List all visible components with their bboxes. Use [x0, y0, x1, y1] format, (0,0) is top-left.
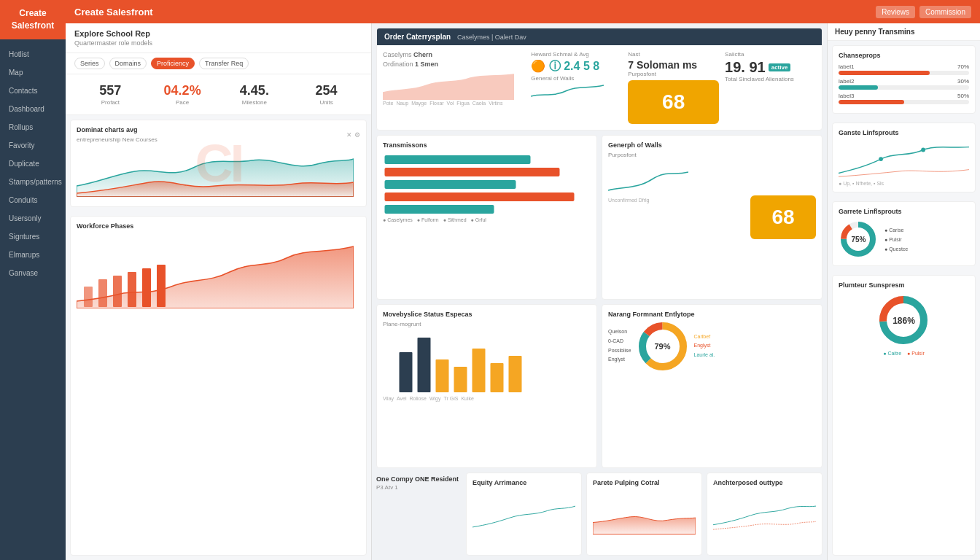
stat-unconfirmed-label: Unconfirmed Dfrlg [608, 198, 744, 203]
chart2-section: Workforce Phases [70, 216, 367, 556]
close-icon[interactable]: ✕ ⚙ [346, 131, 360, 139]
bottom-area-chart-2 [593, 489, 696, 544]
sidebar-item-rollups[interactable]: Rollups [0, 118, 66, 136]
stat2-label: Nast [628, 51, 719, 58]
donut2-chart: 186% [876, 293, 931, 348]
center-top-title: Order Caterrysplan [384, 33, 451, 41]
mini-line-1 [531, 82, 604, 104]
donut-layout: Quelson 0-CAD Possiblise Englyst [608, 321, 816, 372]
svg-rect-13 [436, 359, 449, 392]
filter-btn-1[interactable]: Domains [109, 58, 147, 69]
progress-label-1: label170% [839, 63, 969, 70]
progress-fill-3 [839, 100, 904, 104]
stat-layout: Generph of Walls Purposfont Unconfirmed … [608, 141, 816, 293]
right-section-donut2: Plumteur Sunspresm 186% ● Caitre● Pulsir [832, 275, 976, 556]
sidebar-item-stamps/patterns[interactable]: Stamps/patterns [0, 173, 66, 191]
right-chart-legend: ● Up, ▪ Nfhete, ▪ Sls [839, 181, 969, 186]
sidebar-item-contacts[interactable]: Contacts [0, 82, 66, 100]
donut1-chart: 75% [839, 219, 879, 260]
bottom-line-chart-3 [713, 489, 816, 544]
chart1-sub: entrepreneurship New Courses [77, 136, 158, 143]
svg-rect-6 [385, 155, 531, 164]
metrics-row: 557Profact04.2%Pace4.45.Milestone254Unit… [66, 74, 371, 115]
svg-rect-3 [128, 272, 136, 307]
donut2-title: Plumteur Sunspresm [839, 281, 969, 289]
left-panel: Explore School Rep Quartermaster role mo… [66, 23, 372, 560]
bottom-title: One Compy ONE Resident [376, 475, 459, 483]
sidebar-item-usersonly[interactable]: Usersonly [0, 209, 66, 228]
donut-legends: Quelson 0-CAD Possiblise Englyst [608, 327, 631, 364]
vertical-bar-chart [383, 330, 591, 396]
purposfont-label: Purposfont [608, 152, 744, 158]
right-panel-header: Heuy penny Transmins [828, 23, 980, 41]
svg-rect-15 [472, 349, 486, 392]
svg-rect-0 [84, 287, 93, 307]
movebyslice-x-labels: VilayAvelRolioseWigyTr GiSKulke [383, 396, 591, 401]
reviews-button[interactable]: Reviews [876, 6, 915, 18]
stat-block-1: Heward Schmal & Avg 🟠 ⓘ 2.4 5 8 General … [531, 51, 622, 104]
stat3-label: Salictta [725, 51, 816, 58]
bottom-ref: P3 Atv 1 [376, 484, 459, 491]
stat-box-container: 68 [750, 141, 816, 293]
sidebar-item-conduits[interactable]: Conduits [0, 191, 66, 209]
chart1-title: Dominat charts avg [77, 126, 158, 133]
metric-label: Milestone [219, 99, 291, 106]
donut1-title: Garrete Linflsprouts [839, 208, 969, 215]
sidebar-item-duplicate[interactable]: Duplicate [0, 155, 66, 173]
center-top-card: Order Caterrysplan Caselymes | Oalert Da… [376, 28, 822, 131]
center-grid: Transmissons ● Caselymes● Fulform● Sithm… [372, 131, 827, 472]
grid-card-transmissions: Transmissons ● Caselymes● Fulform● Sithm… [376, 135, 597, 300]
metric-value: 04.2% [147, 83, 219, 98]
sidebar-item-ganvase[interactable]: Ganvase [0, 264, 66, 282]
metric-card-milestone: 4.45.Milestone [219, 80, 291, 109]
bottom-card2-title: Parete Pulping Cotral [593, 479, 696, 486]
chart2-title: Workforce Phases [77, 222, 133, 230]
bottom-row: One Compy ONE Resident P3 Atv 1 Equity A… [372, 472, 827, 560]
mini-area-chart [383, 71, 514, 100]
progress-section-title: Chanseprops [839, 52, 969, 59]
transmission-labels: ● Caselymes● Fulform● Sithmed● Grful [383, 217, 591, 222]
svg-rect-8 [385, 180, 516, 189]
sidebar-nav: HotlistMapContactsDashboardRollupsFavori… [0, 39, 66, 560]
sidebar-item-dashboard[interactable]: Dashboard [0, 100, 66, 118]
stat3-value: 19. 91 active [725, 59, 816, 76]
center-top-header: Order Caterrysplan Caselymes | Oalert Da… [377, 28, 822, 45]
sidebar-item-hotlist[interactable]: Hotlist [0, 45, 66, 63]
stat1-label: Heward Schmal & Avg [531, 51, 622, 58]
svg-point-23 [921, 148, 925, 152]
bottom-card-2: Parete Pulping Cotral [586, 472, 702, 556]
sidebar-item-favority[interactable]: Favority [0, 136, 66, 155]
sidebar-header: Create Salesfront [0, 0, 66, 39]
filter-btn-3[interactable]: Transfer Req [199, 58, 249, 69]
donut-title: Narang Formnant Entlytope [608, 311, 816, 318]
metric-label: Units [290, 99, 362, 106]
left-panel-title: Explore School Rep [74, 29, 362, 38]
commission-button[interactable]: Commission [919, 6, 971, 18]
svg-point-22 [879, 157, 883, 161]
filter-btn-2[interactable]: Proficiency [151, 58, 195, 69]
metric-card-profact: 557Profact [74, 80, 147, 109]
horizontal-bar-chart [383, 152, 591, 217]
chart-x-labels: PoteNaupMaygeFloxarVolFiguaCaolaVirtins [383, 101, 525, 106]
stat1-value: 🟠 ⓘ 2.4 5 8 [531, 59, 622, 74]
grid-card-movebyslice: Movebyslice Status Especas Plane-mogrunt [376, 304, 597, 469]
sidebar-item-elmarups[interactable]: Elmarups [0, 246, 66, 264]
movebyslice-title: Movebyslice Status Especas [383, 311, 472, 318]
right-panel: Heuy penny Transmins Chanseprops label17… [827, 23, 980, 560]
sidebar-item-signtures[interactable]: Signtures [0, 228, 66, 246]
progress-label-3: label350% [839, 93, 969, 99]
mini-line-stat [608, 161, 688, 198]
sidebar-item-map[interactable]: Map [0, 63, 66, 82]
donut1-layout: 75% ● Carise● Pulsir● Questce [839, 219, 969, 260]
center-panel: Order Caterrysplan Caselymes | Oalert Da… [372, 23, 827, 560]
content-area: Explore School Rep Quartermaster role mo… [66, 23, 980, 560]
svg-rect-16 [491, 363, 504, 392]
topbar-actions: Reviews Commission [876, 6, 971, 18]
progress-row-2: label230% [839, 78, 969, 90]
metric-value: 4.45. [219, 83, 291, 98]
filter-btn-0[interactable]: Series [74, 58, 105, 69]
center-top-sub: Caselymes | Oalert Dav [457, 34, 526, 41]
center-top-right-stats: Heward Schmal & Avg 🟠 ⓘ 2.4 5 8 General … [531, 51, 816, 124]
stat-value-68: 68 [750, 195, 816, 239]
topbar: Create Salesfront Reviews Commission [66, 0, 980, 23]
